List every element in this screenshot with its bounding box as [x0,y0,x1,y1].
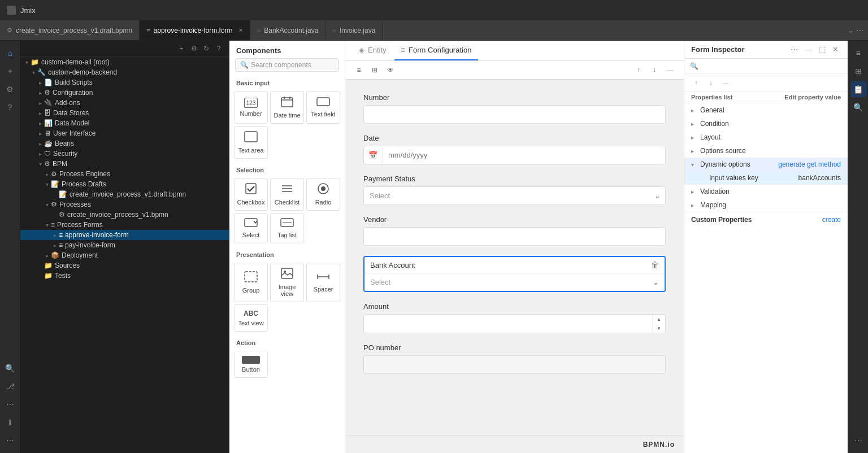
inspector-minimize-btn[interactable]: — [802,45,814,54]
component-search-box[interactable]: 🔍 [235,58,339,72]
tab-approve-invoice[interactable]: ≡ approve-invoice-form.form ✕ [140,20,250,40]
comp-button[interactable]: Button [234,351,268,378]
sidebar-btn-dots[interactable]: ⋯ [2,397,18,412]
prop-row-mapping[interactable]: ▸ Mapping [684,198,848,212]
search-input[interactable] [251,61,334,69]
sidebar-btn-add[interactable]: ＋ [2,63,18,79]
date-wrapper[interactable]: 📅 [363,146,666,164]
tree-item-data-stores[interactable]: ▸ 🗄 Data Stores [20,108,229,118]
amount-spin-down[interactable]: ▼ [653,324,665,333]
tree-action-btn-4[interactable]: ? [213,43,224,54]
sidebar-btn-git[interactable]: ⎇ [2,378,18,394]
tree-action-btn-2[interactable]: ⚙ [188,43,199,54]
bank-account-select[interactable]: Select ⌄ [364,273,665,291]
tab-more-icon[interactable]: ⋯ [856,26,863,34]
prop-expand-layout[interactable]: ▸ [691,134,700,141]
comp-radio[interactable]: Radio [306,178,340,211]
comp-group[interactable]: Group [234,263,268,302]
prop-row-options-source[interactable]: ▸ Options source [684,144,848,158]
toolbar-down-btn[interactable]: ↓ [648,63,661,77]
prop-row-input-values-key[interactable]: Input values key bankAccounts [684,171,848,185]
tree-item-approve-invoice[interactable]: ▸ ≡ approve-invoice-form [20,230,229,240]
amount-input[interactable] [364,315,652,333]
comp-select[interactable]: Select [234,213,268,243]
inspector-more-btn[interactable]: ⋯ [788,45,800,54]
right-sidebar-btn-1[interactable]: ≡ [850,45,866,61]
tree-item-configuration[interactable]: ▸ ⚙ Configuration [20,88,229,98]
comp-image-view[interactable]: Image view [270,263,304,302]
inspector-maximize-btn[interactable]: ⬚ [817,45,828,54]
inspector-search[interactable]: 🔍 [684,59,848,74]
bank-account-field[interactable]: Bank Account 🗑 Select ⌄ [363,256,666,292]
toolbar-list-view-btn[interactable]: ≡ [352,63,366,77]
tree-item-bpm[interactable]: ▾ ⚙ BPM [20,159,229,169]
prop-expand-condition[interactable]: ▸ [691,121,700,127]
tab-close-button[interactable]: ✕ [238,27,243,33]
custom-properties-create-link[interactable]: create [822,216,841,224]
tree-item-user-interface[interactable]: ▸ 🖥 User Interface [20,128,229,138]
prop-expand-validation[interactable]: ▸ [691,189,700,195]
tree-item-beans[interactable]: ▸ ☕ Beans [20,138,229,149]
right-sidebar-btn-bottom[interactable]: ⋯ [850,433,866,448]
prop-value-dynamic-options-link[interactable]: generate get method [778,160,841,168]
sidebar-btn-search[interactable]: 🔍 [2,360,18,376]
sidebar-btn-home[interactable]: ⌂ [2,45,18,61]
tree-item-backend[interactable]: ▾ 🔧 custom-demo-backend [20,67,229,77]
comp-checkbox[interactable]: Checkbox [234,178,268,211]
sidebar-btn-help[interactable]: ? [2,99,18,115]
sidebar-btn-settings[interactable]: ⚙ [2,81,18,97]
inspector-nav-up[interactable]: ↑ [690,76,702,89]
tree-item-build-scripts[interactable]: ▸ 📄 Build Scripts [20,77,229,88]
tree-item-process-engines[interactable]: ▸ ⚙ Process Engines [20,169,229,179]
comp-tag-list[interactable]: Tag list [270,213,304,243]
payment-status-select[interactable]: Select ⌄ [363,186,666,205]
form-input-number[interactable] [363,105,666,124]
amount-spin-up[interactable]: ▲ [653,315,665,324]
tree-item-create-invoice-draft[interactable]: ▸ 📝 create_invoice_process_v1.draft.bpmn [20,189,229,199]
comp-number[interactable]: 123 Number [234,91,268,124]
prop-row-layout[interactable]: ▸ Layout [684,130,848,144]
comp-text-area[interactable]: Text area [234,126,268,159]
tree-item-root[interactable]: ▾ 📁 custom-demo-all (root) [20,57,229,67]
tree-item-process-drafts[interactable]: ▾ 📝 Process Drafts [20,179,229,189]
comp-spacer[interactable]: Spacer [306,263,340,302]
tree-item-data-model[interactable]: ▸ 📊 Data Model [20,118,229,128]
tree-item-deployment[interactable]: ▸ 📦 Deployment [20,250,229,260]
right-sidebar-btn-2[interactable]: ⊞ [850,63,866,79]
tree-item-process-forms[interactable]: ▾ ≡ Process Forms [20,220,229,230]
comp-datetime[interactable]: Date time [270,91,304,124]
tab-invoice[interactable]: ○ Invoice.java [326,20,383,40]
prop-expand-general[interactable]: ▸ [691,107,700,114]
date-input[interactable] [383,146,665,164]
prop-expand-mapping[interactable]: ▸ [691,202,700,208]
tab-expand-icon[interactable]: ⌄ [848,26,854,34]
inspector-close-btn[interactable]: ✕ [830,45,841,54]
form-input-po-number[interactable] [363,355,666,374]
tree-item-sources[interactable]: ▸ 📁 Sources [20,260,229,271]
tree-item-security[interactable]: ▸ 🛡 Security [20,149,229,159]
toolbar-minus-btn[interactable]: — [663,63,677,77]
tree-action-btn-3[interactable]: ↻ [201,43,212,54]
toolbar-preview-btn[interactable]: 👁 [384,63,397,77]
tree-item-processes[interactable]: ▾ ⚙ Processes [20,199,229,210]
tree-action-btn-1[interactable]: + [176,43,187,54]
right-sidebar-btn-3[interactable]: 📋 [850,81,866,97]
sidebar-btn-more[interactable]: ⋯ [2,433,18,448]
tree-item-pay-invoice[interactable]: ▸ ≡ pay-invoice-form [20,240,229,250]
prop-expand-dynamic[interactable]: ▾ [691,162,700,168]
prop-row-condition[interactable]: ▸ Condition [684,117,848,130]
comp-text-field[interactable]: Text field [306,91,340,124]
tree-item-tests[interactable]: ▸ 📁 Tests [20,271,229,281]
prop-row-validation[interactable]: ▸ Validation [684,185,848,198]
prop-expand-options[interactable]: ▸ [691,148,700,154]
tab-form-configuration[interactable]: ≡ Form Configuration [394,41,479,60]
tree-item-addons[interactable]: ▸ 🔌 Add-ons [20,98,229,108]
tab-entity[interactable]: ◈ Entity [352,41,393,60]
tab-create-invoice[interactable]: ⚙ create_invoice_process_v1.draft.bpmn [0,20,140,40]
sidebar-btn-info[interactable]: ℹ [2,415,18,430]
toolbar-grid-view-btn[interactable]: ⊞ [368,63,381,77]
comp-checklist[interactable]: Checklist [270,178,304,211]
comp-text-view[interactable]: ABC Text view [234,304,268,332]
right-sidebar-btn-4[interactable]: 🔍 [850,99,866,115]
prop-row-general[interactable]: ▸ General [684,103,848,117]
